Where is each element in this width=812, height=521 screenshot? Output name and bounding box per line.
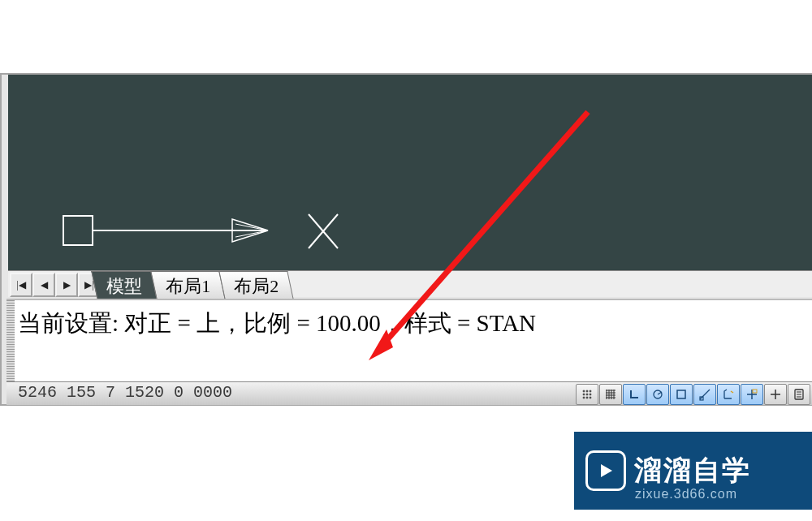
dyn-toggle[interactable] — [741, 384, 763, 405]
grid-toggle[interactable] — [599, 384, 622, 405]
osnap-toggle[interactable] — [670, 384, 693, 405]
tab-nav-prev[interactable]: ◀ — [32, 273, 55, 297]
cmd-history-line: 当前设置: 对正 = 上，比例 = 100.00，样式 = STAN — [18, 305, 536, 342]
cmd-grip[interactable] — [6, 300, 15, 384]
svg-point-20 — [583, 397, 585, 398]
play-icon — [585, 450, 626, 491]
svg-point-18 — [586, 394, 588, 395]
properties-toggle[interactable] — [788, 384, 810, 405]
tab-bar: |◀ ◀ ▶ ▶| 模型 布局1 布局2 — [8, 270, 812, 297]
watermark: 溜溜自学 zixue.3d66.com — [574, 432, 812, 510]
status-bar: 5246 155 7 1520 0 0000 — [6, 381, 812, 405]
svg-rect-33 — [677, 390, 685, 398]
tab-nav-next[interactable]: ▶ — [55, 273, 78, 297]
tab-nav: |◀ ◀ ▶ ▶| — [10, 273, 101, 295]
svg-point-14 — [583, 390, 585, 392]
canvas-graphics — [8, 75, 812, 270]
tab-nav-first[interactable]: |◀ — [10, 273, 32, 297]
cmd-prompt-line: 指定起点或 [对正(J)/比例(S)/样式(ST)]: S — [18, 346, 487, 384]
ducs-toggle[interactable] — [717, 384, 740, 405]
svg-line-34 — [700, 390, 710, 399]
svg-marker-47 — [601, 464, 612, 477]
app-window: |◀ ◀ ▶ ▶| 模型 布局1 布局2 当前设置: 对正 = 上，比例 = 1… — [0, 73, 812, 406]
tab-layout1[interactable]: 布局1 — [150, 271, 225, 299]
watermark-url: zixue.3d66.com — [635, 487, 737, 502]
svg-point-22 — [590, 397, 591, 398]
status-toggle-group — [575, 384, 810, 405]
svg-point-17 — [583, 394, 585, 395]
svg-point-21 — [586, 397, 588, 398]
drawing-canvas[interactable] — [8, 75, 812, 270]
tab-model[interactable]: 模型 — [91, 271, 157, 299]
command-window[interactable]: 当前设置: 对正 = 上，比例 = 100.00，样式 = STAN 指定起点或… — [6, 299, 812, 384]
lineweight-toggle[interactable] — [764, 384, 787, 405]
snap-toggle[interactable] — [576, 384, 598, 405]
polar-toggle[interactable] — [646, 384, 669, 405]
coordinates: 5246 155 7 1520 0 0000 — [18, 383, 232, 402]
svg-point-16 — [590, 390, 591, 392]
otrack-toggle[interactable] — [693, 384, 716, 405]
tab-layout2[interactable]: 布局2 — [218, 271, 293, 299]
svg-rect-0 — [63, 216, 93, 245]
svg-point-15 — [586, 390, 588, 392]
watermark-brand: 溜溜自学 — [634, 452, 751, 489]
svg-rect-38 — [753, 390, 757, 393]
svg-point-19 — [590, 394, 591, 395]
ortho-toggle[interactable] — [623, 384, 646, 405]
